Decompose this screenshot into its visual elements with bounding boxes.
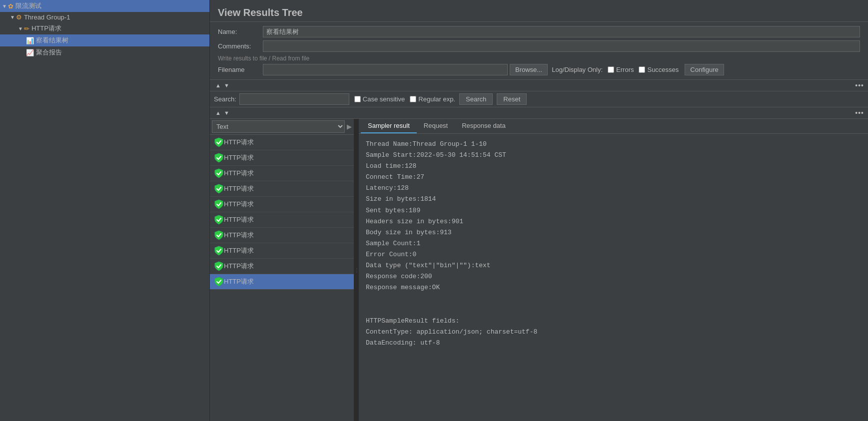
sidebar: ▼ ✿ 限流测试 ▼ ⚙ Thread Group-1 ▼ ✏ HTTP请求 📊… bbox=[0, 0, 210, 421]
name-input[interactable] bbox=[263, 26, 860, 37]
tab-request[interactable]: Request bbox=[417, 119, 455, 133]
list-divider: ▶ bbox=[347, 123, 352, 130]
detail-line: Sample Start:2022-05-30 14:51:54 CST bbox=[366, 150, 861, 161]
errors-label: Errors bbox=[616, 66, 634, 73]
list-item[interactable]: HTTP请求 bbox=[210, 259, 354, 274]
list-item[interactable]: HTTP请求 bbox=[210, 150, 354, 166]
name-row: Name: bbox=[218, 26, 860, 37]
browse-button[interactable]: Browse... bbox=[510, 64, 548, 75]
detail-line: Headers size in bytes:901 bbox=[366, 216, 861, 227]
up-arrow-btn-2[interactable]: ▲ bbox=[214, 109, 222, 116]
filename-row: Filename Browse... Log/Display Only: Err… bbox=[218, 64, 860, 75]
detail-line: DataEncoding: utf-8 bbox=[366, 338, 861, 349]
list-item[interactable]: HTTP请求 bbox=[210, 243, 354, 259]
http-icon: ✏ bbox=[24, 25, 29, 32]
list-item[interactable]: HTTP请求 bbox=[210, 135, 354, 150]
down-arrow-btn-1[interactable]: ▼ bbox=[222, 82, 231, 89]
sidebar-item-threadgroup[interactable]: ▼ ⚙ Thread Group-1 bbox=[0, 12, 209, 22]
down-arrow-btn-2[interactable]: ▼ bbox=[222, 109, 231, 116]
detail-line bbox=[366, 293, 861, 304]
tabs-row: Sampler resultRequestResponse data bbox=[359, 119, 868, 134]
list-item-label: HTTP请求 bbox=[224, 246, 254, 255]
toolbar-row-2: ▲ ▼ ••• bbox=[210, 107, 868, 119]
testplan-icon: ✿ bbox=[8, 2, 13, 10]
tab-sampler[interactable]: Sampler result bbox=[361, 119, 417, 133]
shield-success-icon bbox=[214, 184, 224, 194]
configure-button[interactable]: Configure bbox=[685, 64, 724, 75]
sidebar-item-label-http: HTTP请求 bbox=[31, 24, 61, 33]
detail-line: ContentType: application/json; charset=u… bbox=[366, 327, 861, 338]
sidebar-item-aggregate[interactable]: 📈 聚合报告 bbox=[0, 46, 209, 58]
ellipsis-btn-2[interactable]: ••• bbox=[855, 109, 864, 117]
shield-success-icon bbox=[214, 199, 224, 209]
errors-checkbox[interactable] bbox=[608, 66, 614, 73]
shield-success-icon bbox=[214, 168, 224, 178]
case-sensitive-text: Case sensitive bbox=[363, 95, 405, 103]
list-item[interactable]: HTTP请求 bbox=[210, 228, 354, 243]
detail-line: Connect Time:27 bbox=[366, 172, 861, 183]
threadgroup-icon: ⚙ bbox=[16, 13, 22, 21]
sidebar-item-root[interactable]: ▼ ✿ 限流测试 bbox=[0, 0, 209, 12]
detail-line: Sample Count:1 bbox=[366, 238, 861, 249]
list-item[interactable]: HTTP请求 bbox=[210, 274, 354, 290]
detail-line: Body size in bytes:913 bbox=[366, 227, 861, 238]
shield-success-icon bbox=[214, 230, 224, 240]
content-area: Text HTML JSON XML Binary ▶ HTTP请求HTTP请求… bbox=[210, 119, 868, 421]
write-results-label: Write results to file / Read from file bbox=[218, 55, 860, 62]
case-sensitive-checkbox[interactable] bbox=[354, 96, 361, 102]
list-item[interactable]: HTTP请求 bbox=[210, 181, 354, 197]
list-item[interactable]: HTTP请求 bbox=[210, 166, 354, 181]
detail-content: Thread Name:Thread Group-1 1-10Sample St… bbox=[359, 134, 868, 421]
reset-button[interactable]: Reset bbox=[497, 93, 527, 105]
case-sensitive-label[interactable]: Case sensitive bbox=[354, 95, 405, 103]
sidebar-item-http[interactable]: ▼ ✏ HTTP请求 bbox=[0, 22, 209, 34]
successes-checkbox[interactable] bbox=[639, 66, 645, 73]
successes-label: Successes bbox=[647, 66, 679, 73]
log-display-row: Log/Display Only: Errors Successes Confi… bbox=[552, 64, 724, 75]
comments-input[interactable] bbox=[263, 40, 860, 52]
list-scroll[interactable]: HTTP请求HTTP请求HTTP请求HTTP请求HTTP请求HTTP请求HTTP… bbox=[210, 135, 354, 421]
panel-divider[interactable]: ⋮ bbox=[355, 119, 359, 421]
up-arrow-btn-1[interactable]: ▲ bbox=[214, 82, 222, 89]
log-display-label: Log/Display Only: bbox=[552, 66, 603, 73]
detail-line: Response message:OK bbox=[366, 282, 861, 293]
list-item[interactable]: HTTP请求 bbox=[210, 197, 354, 212]
detail-line: Error Count:0 bbox=[366, 249, 861, 260]
list-item-label: HTTP请求 bbox=[224, 184, 254, 193]
errors-checkbox-label[interactable]: Errors bbox=[608, 66, 634, 73]
list-item-label: HTTP请求 bbox=[224, 215, 254, 224]
expand-icon-root: ▼ bbox=[2, 3, 7, 9]
list-item[interactable]: HTTP请求 bbox=[210, 212, 354, 228]
search-button[interactable]: Search bbox=[459, 93, 493, 105]
detail-line: HTTPSampleResult fields: bbox=[366, 316, 861, 327]
expand-icon-threadgroup: ▼ bbox=[10, 14, 15, 20]
sidebar-item-label-results: 察看结果树 bbox=[36, 36, 68, 45]
results-icon: 📊 bbox=[26, 37, 34, 44]
search-input[interactable] bbox=[239, 93, 349, 105]
successes-checkbox-label[interactable]: Successes bbox=[639, 66, 679, 73]
panel-title: View Results Tree bbox=[210, 0, 868, 22]
detail-line: Thread Name:Thread Group-1 1-10 bbox=[366, 139, 861, 150]
list-item-label: HTTP请求 bbox=[224, 153, 254, 162]
toolbar-row-1: ▲ ▼ ••• bbox=[210, 80, 868, 91]
list-item-label: HTTP请求 bbox=[224, 138, 254, 147]
comments-row: Comments: bbox=[218, 40, 860, 52]
list-item-label: HTTP请求 bbox=[224, 277, 254, 286]
detail-panel: Sampler resultRequestResponse data Threa… bbox=[359, 119, 868, 421]
aggregate-icon: 📈 bbox=[26, 49, 34, 56]
sidebar-item-label-root: 限流测试 bbox=[15, 1, 41, 10]
format-select[interactable]: Text HTML JSON XML Binary bbox=[212, 120, 345, 133]
tab-response[interactable]: Response data bbox=[455, 119, 512, 133]
detail-line: Size in bytes:1814 bbox=[366, 194, 861, 205]
regular-exp-text: Regular exp. bbox=[418, 95, 455, 103]
filename-input[interactable] bbox=[263, 64, 508, 75]
filename-label: Filename bbox=[218, 66, 263, 73]
sidebar-item-label-threadgroup: Thread Group-1 bbox=[24, 13, 70, 21]
search-label: Search: bbox=[214, 95, 236, 103]
ellipsis-btn-1[interactable]: ••• bbox=[855, 81, 864, 89]
regular-exp-checkbox[interactable] bbox=[410, 96, 416, 102]
sidebar-item-results[interactable]: 📊 察看结果树 bbox=[0, 34, 209, 46]
regular-exp-label[interactable]: Regular exp. bbox=[410, 95, 455, 103]
comments-label: Comments: bbox=[218, 42, 263, 50]
shield-success-icon bbox=[214, 215, 224, 225]
